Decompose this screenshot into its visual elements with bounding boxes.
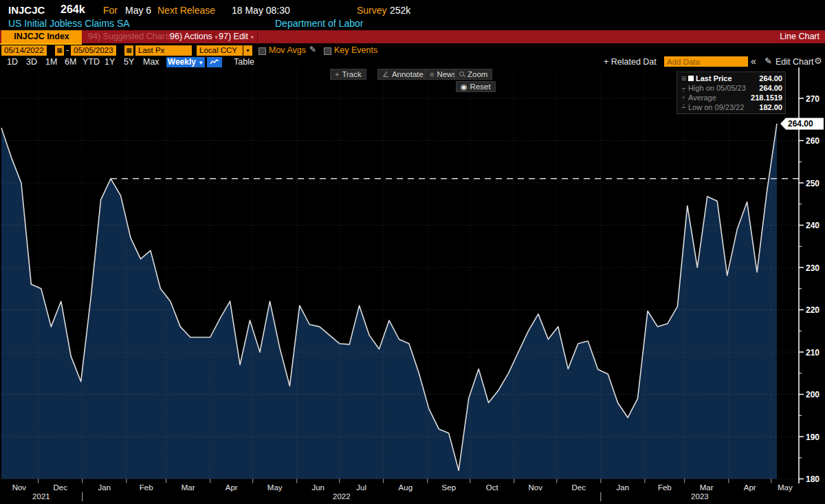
zoom-button[interactable]: Zoom — [454, 69, 492, 80]
key-events-label[interactable]: Key Events — [334, 45, 377, 56]
x-month-label: May — [267, 483, 283, 492]
next-release-value: 18 May 08:30 — [232, 5, 290, 16]
y-tick-label: 220 — [806, 305, 820, 315]
track-label: Track — [342, 70, 361, 78]
legend-value: 264.00 — [759, 74, 782, 83]
y-tick-label: 250 — [806, 179, 820, 188]
bloomberg-terminal-screen: { "header": { "ticker": "INJCJC", "last_… — [0, 0, 825, 504]
menu-separator — [257, 32, 258, 42]
average-marker-icon: + — [679, 94, 688, 101]
x-month-label: Jan — [98, 483, 111, 492]
x-month-label: Aug — [399, 483, 412, 492]
pencil-icon[interactable]: ✎ — [309, 45, 316, 54]
pencil-icon[interactable]: ✎ — [764, 56, 771, 67]
gear-icon[interactable]: ⚙ — [814, 56, 822, 66]
currency-select[interactable]: Local CCY — [197, 45, 243, 56]
menu-suggested-charts[interactable]: 94) Suggested Charts — [88, 30, 172, 43]
y-tick-label: 200 — [806, 390, 820, 399]
y-tick-label: 260 — [806, 136, 820, 146]
legend-row-last-price[interactable]: ⊞ Last Price 264.00 — [679, 74, 782, 83]
table-button[interactable]: Table — [234, 57, 254, 67]
legend-row-low[interactable]: ┴ Low on 09/23/22 182.00 — [679, 102, 782, 112]
x-month-label: May — [778, 483, 793, 492]
mov-avgs-label[interactable]: Mov Avgs — [269, 45, 306, 56]
x-month-label: Jan — [617, 483, 630, 492]
magnifier-icon — [459, 72, 465, 77]
plot-area[interactable] — [0, 69, 799, 479]
currency-dropdown-arrow[interactable]: ▼ — [243, 45, 252, 56]
range-1m[interactable]: 1M — [45, 57, 57, 67]
x-month-label: Mar — [700, 483, 714, 492]
x-year-label: 2022 — [333, 492, 351, 501]
menu-actions[interactable]: 96) Actions ▾ — [170, 30, 218, 44]
range-max[interactable]: Max — [143, 57, 160, 67]
menu-edit-label: 97) Edit — [219, 32, 248, 41]
chart-type-label: Line Chart — [780, 30, 820, 43]
x-month-label: Jul — [356, 483, 366, 492]
survey-label: Survey — [357, 5, 387, 16]
x-month-label: Dec — [572, 483, 586, 492]
x-year-label: 2023 — [691, 492, 709, 501]
high-marker-icon: ┬ — [679, 85, 688, 91]
y-tick-label: 230 — [806, 263, 820, 273]
key-events-checkbox[interactable] — [324, 47, 331, 55]
range-6m[interactable]: 6M — [65, 57, 76, 67]
range-ytd[interactable]: YTD — [82, 57, 100, 67]
range-3d[interactable]: 3D — [26, 57, 37, 67]
range-5y[interactable]: 5Y — [124, 57, 134, 67]
chevron-down-icon: ▾ — [214, 34, 218, 41]
date-range-separator: - — [66, 45, 69, 56]
x-month-label: Sep — [442, 483, 456, 492]
zoom-label: Zoom — [468, 70, 487, 78]
date-from-field[interactable]: 05/14/2022 — [1, 45, 47, 56]
x-month-label: Nov — [12, 483, 27, 492]
frequency-select[interactable]: Weekly ▼ — [166, 57, 205, 67]
legend-label: Low on 09/23/22 — [688, 103, 759, 111]
legend-value: 218.1519 — [751, 94, 782, 102]
legend-label: Average — [688, 94, 751, 102]
range-1d[interactable]: 1D — [7, 57, 18, 67]
x-month-label: Apr — [226, 483, 238, 492]
frequency-label: Weekly — [168, 57, 196, 67]
annotate-icon: ∠ — [382, 70, 389, 78]
series-marker-icon — [688, 76, 694, 81]
y-tick-label: 180 — [806, 474, 820, 484]
y-tick-label: 270 — [806, 94, 820, 104]
range-1y[interactable]: 1Y — [104, 57, 115, 67]
security-name: US Initial Jobless Claims SA — [8, 18, 130, 29]
move-cross-icon: + — [335, 70, 339, 78]
last-value: 264k — [60, 3, 85, 16]
low-marker-icon: ┴ — [679, 104, 688, 111]
annotate-label: Annotate — [392, 70, 424, 78]
y-tick-label: 240 — [806, 221, 820, 230]
reset-button[interactable]: ◉Reset — [456, 81, 496, 92]
legend-value: 182.00 — [759, 103, 782, 111]
price-field-select[interactable]: Last Px — [135, 45, 192, 56]
calendar-icon[interactable]: ▦ — [124, 45, 133, 56]
y-tick-label: 190 — [806, 432, 820, 442]
menu-edit[interactable]: 97) Edit ▾ — [219, 30, 254, 44]
active-tab-underline — [0, 43, 82, 45]
related-data-button[interactable]: + Related Dat — [604, 57, 657, 67]
date-to-field[interactable]: 05/05/2023 — [71, 45, 116, 56]
legend-label: High on 05/05/23 — [688, 84, 759, 92]
annotate-button[interactable]: ∠Annotate — [377, 69, 428, 80]
x-month-label: Dec — [53, 483, 67, 492]
source-name: Department of Labor — [275, 18, 363, 29]
tab-injcjc-index[interactable]: INJCJC Index — [1, 30, 82, 43]
track-button[interactable]: +Track — [330, 69, 366, 80]
for-label: For — [103, 5, 118, 16]
calendar-icon[interactable]: ▦ — [55, 45, 64, 56]
collapse-toolbar-button[interactable]: « — [751, 56, 756, 67]
x-month-label: Mar — [182, 483, 195, 492]
chevron-down-icon: ▼ — [198, 60, 204, 66]
add-data-input[interactable] — [664, 56, 748, 67]
next-release-label: Next Release — [157, 5, 215, 16]
news-label: News — [437, 70, 456, 78]
edit-chart-button[interactable]: Edit Chart — [776, 57, 814, 67]
chart-type-button[interactable] — [207, 57, 222, 67]
mov-avgs-checkbox[interactable] — [258, 47, 266, 55]
legend-row-high[interactable]: ┬ High on 05/05/23 264.00 — [679, 83, 782, 93]
legend-row-average[interactable]: + Average 218.1519 — [679, 93, 782, 102]
for-value: May 6 — [125, 5, 151, 16]
